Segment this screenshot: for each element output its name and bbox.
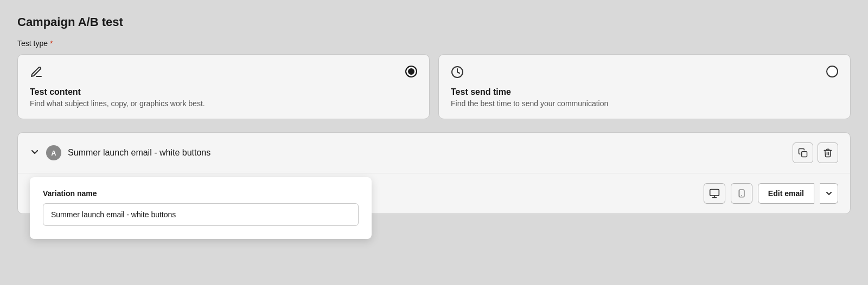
delete-button[interactable]	[818, 142, 838, 163]
duplicate-button[interactable]	[793, 142, 813, 163]
test-send-time-desc: Find the best time to send your communic…	[451, 99, 838, 108]
mobile-preview-button[interactable]	[731, 183, 752, 204]
variation-name-field-label: Variation name	[43, 189, 359, 198]
test-send-time-title: Test send time	[451, 87, 838, 97]
svg-rect-1	[802, 152, 807, 157]
test-content-desc: Find what subject lines, copy, or graphi…	[30, 99, 417, 108]
radio-test-content[interactable]	[405, 66, 417, 77]
variation-name-label: Summer launch email - white buttons	[68, 148, 210, 158]
test-content-title: Test content	[30, 87, 417, 97]
edit-email-button[interactable]: Edit email	[758, 183, 814, 204]
test-content-card[interactable]: Test content Find what subject lines, co…	[17, 54, 430, 119]
test-type-label: Test type *	[17, 39, 851, 48]
variation-collapse-chevron[interactable]	[30, 147, 40, 159]
variation-name-input[interactable]	[43, 203, 359, 226]
variation-header: A Summer launch email - white buttons	[18, 133, 850, 173]
pencil-icon	[30, 66, 43, 82]
required-star: *	[50, 39, 53, 48]
radio-test-send-time[interactable]	[826, 66, 838, 77]
edit-email-chevron-button[interactable]	[820, 183, 838, 204]
svg-rect-2	[710, 190, 719, 196]
page-title: Campaign A/B test	[17, 15, 851, 29]
variation-section: A Summer launch email - white buttons	[17, 132, 851, 214]
desktop-preview-button[interactable]	[704, 183, 725, 204]
test-send-time-card[interactable]: Test send time Find the best time to sen…	[438, 54, 851, 119]
variation-name-dropdown: Variation name	[30, 177, 372, 239]
clock-icon	[451, 66, 464, 82]
test-type-row: Test content Find what subject lines, co…	[17, 54, 851, 119]
variation-badge: A	[46, 145, 61, 160]
